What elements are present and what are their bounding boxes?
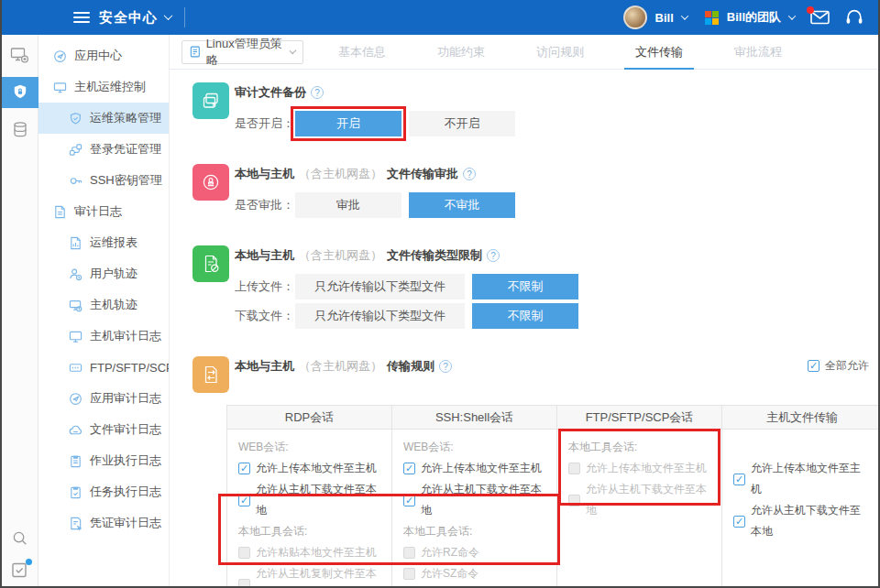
database-icon[interactable] [11,121,29,138]
help-icon[interactable]: ? [439,360,452,373]
transfer-rule-checkbox[interactable]: ✓允许从主机下载文件至本地 [403,479,545,521]
headset-icon[interactable] [845,9,864,26]
host-add-icon[interactable] [10,47,29,64]
file-transfer-content: 审计文件备份 ? 是否开启： 开启 不开启 [170,70,878,586]
restrict-types-button[interactable]: 只允许传输以下类型文件 [295,274,465,299]
help-icon[interactable]: ? [487,249,500,262]
help-icon[interactable]: ? [463,168,476,180]
task-clipboard-icon [69,485,82,499]
approve-button[interactable]: 审批 [295,192,402,218]
sidebar-item-report[interactable]: 运维报表 [38,227,169,258]
transfer-rule-checkbox[interactable]: 允许粘贴本地文件至主机 [238,542,380,563]
section-title: 本地与主机（含主机网盘）文件传输类型限制 ? [235,247,878,264]
checkbox-unchecked-icon [568,495,580,506]
restrict-types-button[interactable]: 只允许传输以下类型文件 [295,303,465,329]
sidebar-item-policy-shield[interactable]: 运维策略管理 [38,103,169,134]
help-icon[interactable]: ? [311,86,324,99]
transfer-rule-checkbox[interactable]: ✓允许上传本地文件至主机 [403,458,545,479]
sidebar-item-host-ops[interactable]: 主机运维控制 [38,71,169,103]
approval-question-label: 是否审批： [235,197,295,213]
report-icon [69,236,82,250]
transfer-rule-checkbox[interactable]: 允许上传本地文件至主机 [568,458,710,479]
host-trace-icon [69,299,82,312]
sidebar-item-label: 任务执行日志 [90,484,161,500]
checkbox-checked-icon: ✓ [238,495,250,506]
allow-all-checkbox[interactable]: ✓ 全部允许 [808,358,869,374]
transfer-rule-checkbox[interactable]: ✓允许上传本地文件至主机 [238,458,380,479]
team-name[interactable]: Bill的团队 [727,9,781,26]
transfer-rule-checkbox[interactable]: ✓允许上传本地文件至主机 [733,458,871,500]
sidebar-item-user-trace[interactable]: 用户轨迹 [38,258,169,289]
sidebar-item-label: 作业执行日志 [90,452,161,469]
mail-icon[interactable] [810,10,830,25]
rules-column-header: SSH:Shell会话 [392,406,557,430]
sidebar-item-app-center[interactable]: 应用中心 [38,40,169,71]
host-ops-icon [53,81,67,94]
user-avatar[interactable] [623,5,647,29]
tab-5[interactable]: 审批流程 [734,35,782,70]
ssh-key-icon [69,174,82,188]
session-group-label: WEB会话: [403,437,545,458]
transfer-rule-checkbox[interactable]: ✓允许从主机下载文件至本地 [733,500,871,542]
transfer-rule-checkbox[interactable]: 允许RZ命令 [403,542,545,563]
sidebar-item-label: 审计日志 [74,203,122,220]
approval-stamp-icon [192,164,229,201]
sidebar-item-ftp[interactable]: FTP/SFTP/SCP [38,352,169,383]
sidebar-item-ssh-key[interactable]: SSH密钥管理 [38,165,169,196]
sidebar-item-label: 文件审计日志 [90,421,161,438]
section-transfer-approval: 本地与主机（含主机网盘）文件传输审批 ? 是否审批： 审批 不审批 [192,164,878,222]
enable-question-label: 是否开启： [235,115,295,132]
sidebar-item-host-audit[interactable]: 主机审计日志 [38,321,169,352]
transfer-rule-checkbox[interactable]: ✓允许从主机下载文件至本地 [238,479,380,521]
rules-column-header: RDP会话 [227,406,392,430]
file-audit-cloud-icon [69,423,82,437]
policy-selector-dropdown[interactable]: Linux管理员策略 [182,40,303,64]
enable-off-button[interactable]: 不开启 [409,111,515,136]
main-panel: Linux管理员策略 基本信息功能约束访问规则文件传输审批流程 审计文件备份 ? [170,35,878,586]
sidebar-item-app-audit[interactable]: 应用审计日志 [38,383,169,414]
policy-chevron-down-icon [289,47,296,54]
rules-cell-3: 本地工具会话:允许上传本地文件至主机允许从主机下载文件至本地 [557,430,722,586]
ftp-icon [69,361,82,375]
sidebar-item-audit-log[interactable]: 审计日志 [38,196,169,227]
tab-3[interactable]: 访问规则 [536,35,584,70]
section-type-limit: 本地与主机（含主机网盘）文件传输类型限制 ? 上传文件：只允许传输以下类型文件不… [192,245,878,332]
team-chevron-down-icon[interactable] [788,12,796,19]
rules-column-header: 主机文件传输 [722,406,878,430]
icon-rail [2,35,38,586]
section-transfer-rules: 本地与主机（含主机网盘）传输规则 ? ✓ 全部允许 RDP会话SS [192,356,878,586]
sidebar-item-file-audit-cloud[interactable]: 文件审计日志 [38,414,169,445]
user-name[interactable]: Bill [655,11,674,25]
checkbox-checked-icon: ✓ [238,463,250,474]
security-shield-icon[interactable] [2,77,38,108]
enable-on-button[interactable]: 开启 [295,111,402,136]
no-restrict-button[interactable]: 不限制 [472,274,578,299]
sidebar-item-host-trace[interactable]: 主机轨迹 [38,289,169,321]
transfer-rule-checkbox[interactable]: 允许SZ命令 [403,563,545,584]
hamburger-menu-icon[interactable] [73,12,90,23]
app-title: 安全中心 [99,9,158,27]
transfer-rule-checkbox[interactable]: 允许从主机下载文件至本地 [568,479,710,521]
checkbox-checked-icon: ✓ [733,474,745,485]
no-restrict-button[interactable]: 不限制 [472,303,578,329]
sidebar-item-cred-audit[interactable]: 凭证审计日志 [38,507,169,539]
rules-cell-1: WEB会话:✓允许上传本地文件至主机✓允许从主机下载文件至本地本地工具会话:允许… [227,430,392,586]
sidebar-item-label: 主机运维控制 [74,79,146,95]
sidebar-item-task-clipboard[interactable]: 任务执行日志 [38,476,169,507]
search-icon[interactable] [11,529,28,547]
session-group-label: WEB会话: [238,437,380,458]
app-title-chevron-down-icon[interactable] [164,11,173,20]
tab-2[interactable]: 功能约束 [437,35,485,70]
tasks-icon[interactable] [11,561,28,579]
tab-4[interactable]: 文件传输 [635,35,683,70]
sidebar-item-job-clipboard[interactable]: 作业执行日志 [38,445,169,476]
user-chevron-down-icon[interactable] [681,12,688,19]
checkbox-unchecked-icon [238,579,250,587]
rules-column-header: FTP/SFTP/SCP会话 [557,406,722,430]
transfer-rule-checkbox[interactable]: 允许从主机复制文件至本地 [238,563,380,586]
tab-1[interactable]: 基本信息 [338,35,386,70]
transfer-rules-icon [192,356,229,393]
sidebar-item-credential-link[interactable]: 登录凭证管理 [38,134,169,165]
no-approve-button[interactable]: 不审批 [409,192,515,218]
transfer-rules-table: RDP会话SSH:Shell会话FTP/SFTP/SCP会话主机文件传输 WEB… [226,405,878,586]
